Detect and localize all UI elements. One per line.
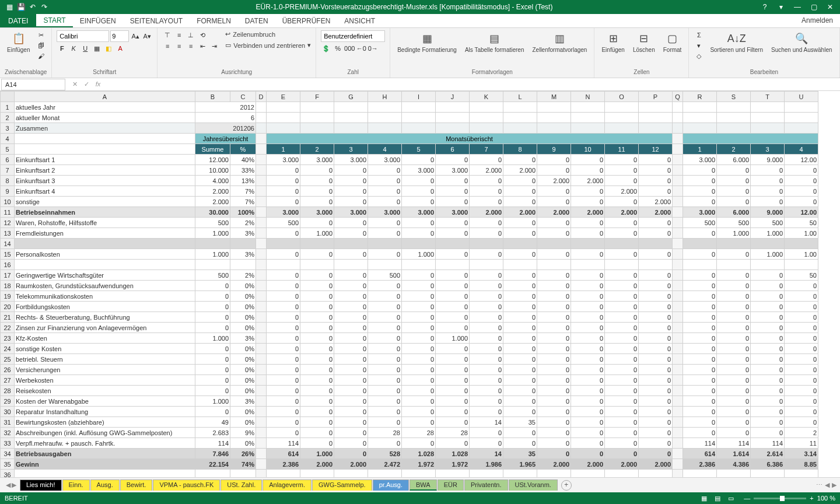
enter-formula-icon[interactable]: ✓ bbox=[82, 80, 91, 88]
cell[interactable] bbox=[673, 102, 683, 113]
zoom-slider[interactable] bbox=[754, 498, 806, 499]
cell[interactable]: 0 bbox=[571, 249, 605, 260]
cell[interactable]: 0 bbox=[300, 407, 334, 417]
cell[interactable]: 0 bbox=[334, 375, 368, 386]
ribbon-options-icon[interactable]: ▾ bbox=[774, 2, 789, 12]
cell[interactable]: 4.000 bbox=[195, 176, 230, 186]
view-normal-icon[interactable]: ▦ bbox=[698, 495, 710, 502]
cell[interactable]: 0 bbox=[605, 428, 639, 438]
cell[interactable]: 0 bbox=[436, 365, 470, 375]
cell[interactable]: 9% bbox=[230, 428, 256, 438]
cell[interactable]: Einkunftsart 3 bbox=[15, 176, 195, 186]
cell[interactable]: 13% bbox=[230, 176, 256, 186]
cell[interactable]: 0 bbox=[571, 155, 605, 165]
cell[interactable]: 0 bbox=[402, 312, 436, 323]
cell[interactable]: 3.000 bbox=[436, 165, 470, 176]
cell[interactable]: 0 bbox=[605, 407, 639, 417]
cell[interactable] bbox=[15, 260, 195, 270]
cell[interactable] bbox=[334, 239, 368, 249]
cell[interactable] bbox=[605, 239, 639, 249]
underline-icon[interactable]: U bbox=[80, 44, 90, 53]
cell[interactable] bbox=[300, 113, 334, 123]
cell[interactable]: 0 bbox=[267, 396, 300, 407]
cell[interactable]: 0 bbox=[470, 281, 503, 291]
cell[interactable]: 0 bbox=[605, 176, 639, 186]
cell[interactable]: 0 bbox=[334, 249, 368, 260]
cell[interactable]: 0 bbox=[717, 428, 751, 438]
cell[interactable] bbox=[230, 260, 256, 270]
cell[interactable]: 33% bbox=[230, 165, 256, 176]
cell[interactable]: Einkunftsart 4 bbox=[15, 186, 195, 197]
cell[interactable]: 40% bbox=[230, 155, 256, 165]
cell[interactable] bbox=[751, 260, 785, 270]
cell[interactable]: 0 bbox=[639, 449, 673, 459]
row-header[interactable]: 27 bbox=[1, 375, 15, 386]
cell[interactable]: 114 bbox=[195, 438, 230, 449]
cell[interactable] bbox=[300, 102, 334, 113]
cell[interactable]: Personalkosten bbox=[15, 249, 195, 260]
cell[interactable] bbox=[639, 470, 673, 478]
cell[interactable]: 0 bbox=[368, 249, 402, 260]
cell[interactable]: 0 bbox=[402, 438, 436, 449]
cell[interactable] bbox=[230, 239, 256, 249]
cell[interactable] bbox=[683, 260, 717, 270]
cell[interactable]: 614 bbox=[683, 449, 717, 459]
cell[interactable]: 0 bbox=[785, 354, 818, 365]
row-header[interactable]: 22 bbox=[1, 323, 15, 333]
cell[interactable]: 0 bbox=[402, 197, 436, 207]
row-header[interactable]: 6 bbox=[1, 155, 15, 165]
cell[interactable]: 0 bbox=[683, 197, 717, 207]
cell[interactable] bbox=[300, 239, 334, 249]
cell[interactable]: 500 bbox=[751, 218, 785, 228]
cell[interactable]: 0 bbox=[195, 323, 230, 333]
cell[interactable]: 0 bbox=[571, 407, 605, 417]
scroll-left-icon[interactable]: ◀ bbox=[825, 481, 830, 489]
cell[interactable]: 0 bbox=[683, 302, 717, 312]
cell[interactable]: 0 bbox=[300, 365, 334, 375]
row-header[interactable]: 17 bbox=[1, 270, 15, 281]
cell[interactable]: 0 bbox=[503, 176, 537, 186]
cell[interactable]: 0 bbox=[605, 365, 639, 375]
cell[interactable] bbox=[751, 470, 785, 478]
cell[interactable]: 0 bbox=[785, 386, 818, 396]
sheet-tab[interactable]: Privatentn. bbox=[464, 480, 508, 491]
cell[interactable]: 0 bbox=[368, 386, 402, 396]
cell[interactable]: 0 bbox=[717, 323, 751, 333]
col-header-A[interactable]: A bbox=[15, 92, 195, 102]
cell[interactable]: 0 bbox=[436, 438, 470, 449]
cell[interactable]: 0 bbox=[785, 281, 818, 291]
cell[interactable]: 0 bbox=[402, 365, 436, 375]
cell[interactable]: 0 bbox=[503, 249, 537, 260]
col-header-S[interactable]: S bbox=[717, 92, 751, 102]
cell[interactable] bbox=[785, 113, 818, 123]
autosum-icon[interactable]: Σ bbox=[694, 30, 704, 40]
cell[interactable] bbox=[717, 113, 751, 123]
cell[interactable]: 0 bbox=[571, 302, 605, 312]
name-box[interactable]: A14 bbox=[1, 79, 65, 90]
cell[interactable] bbox=[571, 260, 605, 270]
cell[interactable]: 0 bbox=[683, 365, 717, 375]
fx-icon[interactable]: fx bbox=[93, 80, 103, 88]
cell[interactable]: 0 bbox=[267, 176, 300, 186]
cell[interactable]: 74% bbox=[230, 459, 256, 470]
font-name-select[interactable] bbox=[57, 30, 109, 42]
cell[interactable]: 0 bbox=[436, 281, 470, 291]
sheet-tab[interactable]: Einn. bbox=[62, 480, 90, 491]
cell[interactable]: 0 bbox=[605, 344, 639, 354]
cell[interactable]: 0 bbox=[785, 186, 818, 197]
cell[interactable]: 0 bbox=[402, 375, 436, 386]
minimize-icon[interactable]: — bbox=[790, 2, 805, 12]
cell[interactable] bbox=[785, 102, 818, 113]
cell[interactable] bbox=[15, 239, 195, 249]
sheet-nav-prev-icon[interactable]: ◀ bbox=[6, 481, 10, 489]
col-header-U[interactable]: U bbox=[785, 92, 818, 102]
cell[interactable]: 2.000 bbox=[334, 459, 368, 470]
cell[interactable]: 7% bbox=[230, 186, 256, 197]
cell[interactable]: 0 bbox=[717, 344, 751, 354]
cell[interactable]: Geringwertige Wirtschaftsgüter bbox=[15, 270, 195, 281]
cell[interactable]: 0 bbox=[402, 176, 436, 186]
cell[interactable]: 0 bbox=[300, 333, 334, 344]
cell[interactable]: Fortbildungskosten bbox=[15, 302, 195, 312]
select-all-corner[interactable] bbox=[1, 92, 15, 102]
cell[interactable]: 0 bbox=[571, 291, 605, 302]
